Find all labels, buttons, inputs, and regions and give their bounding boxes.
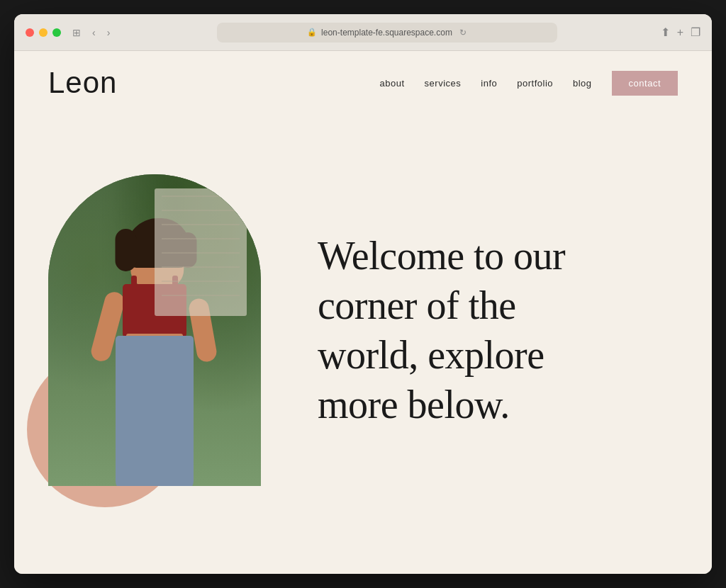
forward-button[interactable]: › [104,26,113,40]
nav-link-services[interactable]: services [425,78,462,89]
hero-heading-line3: world, explore [318,333,544,377]
browser-chrome: ⊞ ‹ › 🔒 leon-template-fe.squarespace.com… [14,14,712,51]
navigation: Leon about services info portfolio blog … [14,51,712,115]
contact-button[interactable]: contact [612,71,678,96]
browser-controls: ⊞ ‹ › [69,26,113,40]
grid-view-button[interactable]: ⊞ [69,26,84,40]
browser-window: ⊞ ‹ › 🔒 leon-template-fe.squarespace.com… [14,14,712,574]
minimize-button[interactable] [39,28,48,37]
hero-text: Welcome to our corner of the world, expl… [303,231,678,429]
nav-link-about[interactable]: about [380,78,405,89]
nav-links: about services info portfolio blog conta… [380,71,678,96]
reload-icon: ↻ [459,28,467,38]
website-content: Leon about services info portfolio blog … [14,51,712,574]
site-logo[interactable]: Leon [48,68,117,98]
hero-heading: Welcome to our corner of the world, expl… [318,231,678,429]
traffic-lights [26,28,61,37]
browser-actions: ⬆ + ❐ [661,26,700,39]
fullscreen-button[interactable] [52,28,61,37]
hero-section: Welcome to our corner of the world, expl… [14,115,712,574]
building-background [155,188,247,316]
share-button[interactable]: ⬆ [661,26,670,39]
person-jeans [116,336,194,486]
windows-button[interactable]: ❐ [691,26,700,39]
new-tab-button[interactable]: + [677,26,683,39]
hero-heading-line4: more below. [318,383,510,426]
hero-arch-image [48,174,261,486]
nav-link-portfolio[interactable]: portfolio [517,78,553,89]
hero-heading-line2: corner of the [318,283,516,327]
nav-link-blog[interactable]: blog [573,78,592,89]
url-text: leon-template-fe.squarespace.com [321,28,452,38]
nav-link-info[interactable]: info [481,78,497,89]
lock-icon: 🔒 [307,28,317,37]
hero-image-container [48,174,275,486]
address-bar[interactable]: 🔒 leon-template-fe.squarespace.com ↻ [217,23,557,43]
close-button[interactable] [26,28,34,37]
hero-heading-line1: Welcome to our [318,234,565,278]
back-button[interactable]: ‹ [89,26,99,40]
